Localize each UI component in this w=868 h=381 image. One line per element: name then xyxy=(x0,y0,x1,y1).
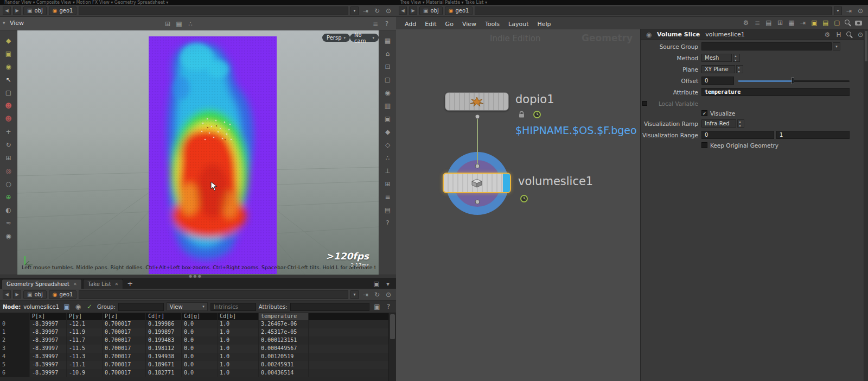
ramp-spinner-icon[interactable] xyxy=(737,119,744,128)
display-normals-icon[interactable]: ⊥ xyxy=(383,166,393,175)
color-swatch-icon[interactable]: ▣ xyxy=(809,18,819,28)
context-chip-obj[interactable]: ▣obj xyxy=(419,7,443,15)
link-editor-icon[interactable]: ⇥ xyxy=(361,290,371,299)
comb-tool-icon[interactable]: ≈ xyxy=(4,218,14,227)
sculpt-tool-icon[interactable]: ◐ xyxy=(4,205,14,214)
draw-curve-tool-icon[interactable]: ◉ xyxy=(4,62,14,71)
path-history-icon[interactable]: ▾ xyxy=(350,290,359,299)
group-input[interactable] xyxy=(118,303,164,311)
scale-tool-icon[interactable]: ⊞ xyxy=(4,153,14,162)
pane-layout-icon[interactable]: ▣ xyxy=(372,279,381,288)
node-title-volumeslice1[interactable]: volumeslice1 xyxy=(518,175,593,188)
tab-take-list[interactable]: Take List✕ xyxy=(83,279,124,289)
menu-layout[interactable]: Layout xyxy=(504,21,533,28)
keep-original-checkbox[interactable] xyxy=(701,142,707,148)
snap-point-icon[interactable]: ∴ xyxy=(186,19,195,28)
pose-tool-icon[interactable]: ☻ xyxy=(4,101,14,110)
pane-tab-strip-left[interactable]: Render View ▾ Composite View ▾ Motion FX… xyxy=(0,0,396,5)
table-row[interactable]: 4-8.39997-11.30.7000170.1949380.01.00.00… xyxy=(0,353,388,361)
link-editor-icon[interactable]: ⇥ xyxy=(361,6,371,15)
attribute-input[interactable]: temperature xyxy=(701,88,850,96)
align-nodes-icon[interactable]: ≡ xyxy=(752,18,762,28)
visualize-checkbox[interactable]: ✓ xyxy=(701,110,707,116)
pin-pane-icon[interactable]: ⊙ xyxy=(384,290,393,299)
visibility-tool-icon[interactable]: ◉ xyxy=(4,231,14,240)
column-header-Pz[interactable]: P[z] xyxy=(103,313,146,320)
node-chip-geo1[interactable]: ◉geo1 xyxy=(49,290,77,299)
column-header-Cdg[interactable]: Cd[g] xyxy=(182,313,218,320)
parameters-pane-icon[interactable]: ▤ xyxy=(764,18,774,28)
home-view-icon[interactable]: ⌂ xyxy=(383,49,393,58)
place-object-tool-icon[interactable]: ▣ xyxy=(4,49,14,58)
pin-pane-icon[interactable]: ⊙ xyxy=(856,6,865,15)
translate-tool-icon[interactable]: + xyxy=(4,127,14,136)
context-chip-obj[interactable]: ▣obj xyxy=(23,290,47,299)
help-view-icon[interactable]: ? xyxy=(383,218,393,227)
view-lock-icon[interactable]: ▢ xyxy=(383,75,393,84)
intrinsics-dropdown[interactable]: Intrinsics xyxy=(210,303,256,311)
snap-primitive-icon[interactable]: ▦ xyxy=(174,19,184,28)
frame-view-icon[interactable]: ⊡ xyxy=(383,62,393,71)
column-header-Cdr[interactable]: Cd[r] xyxy=(146,313,182,320)
attributes-filter-input[interactable] xyxy=(290,303,369,311)
table-row[interactable]: 0-8.39997-12.10.7000170.1999860.01.03.26… xyxy=(0,320,388,328)
view-options-icon[interactable]: ▤ xyxy=(383,205,393,214)
menu-tools[interactable]: Tools xyxy=(481,21,504,28)
network-box-icon[interactable]: ▢ xyxy=(832,18,842,28)
menu-add[interactable]: Add xyxy=(400,21,420,28)
pane-collapse-icon[interactable]: ▾ xyxy=(3,20,5,26)
refresh-icon[interactable]: ↻ xyxy=(372,6,382,15)
table-row[interactable]: 5-8.39997-11.10.7000170.1896710.01.00.00… xyxy=(0,361,388,369)
camera-menu[interactable]: No cam▾ xyxy=(350,34,379,42)
follow-selection-icon[interactable]: ✓ xyxy=(85,302,94,312)
pane-tab-strip-right[interactable]: Tree View ▾ Material Palette ▾ Take List… xyxy=(396,0,868,5)
tools-icon[interactable]: ⚙ xyxy=(741,18,751,28)
range-max-input[interactable]: 1 xyxy=(776,131,850,139)
clock-icon[interactable] xyxy=(519,194,528,203)
snapshot-icon[interactable]: ▣ xyxy=(383,114,393,123)
table-row[interactable]: 1-8.39997-11.90.7000170.1998970.01.02.45… xyxy=(0,328,388,336)
method-dropdown[interactable]: Mesh xyxy=(701,54,732,62)
table-row[interactable]: 2-8.39997-11.70.7000170.1994830.01.00.00… xyxy=(0,336,388,345)
viewport-layout-icon[interactable]: ▦ xyxy=(383,36,393,45)
spreadsheet-scrollbar[interactable] xyxy=(388,313,396,381)
display-points-icon[interactable]: ∴ xyxy=(383,153,393,162)
node-volumeslice1[interactable] xyxy=(443,173,511,193)
help-icon[interactable]: ? xyxy=(384,302,393,312)
path-history-icon[interactable]: ▾ xyxy=(834,7,842,15)
forward-icon[interactable]: ▶ xyxy=(13,7,21,15)
node-dopio1[interactable] xyxy=(445,92,509,111)
menu-go[interactable]: Go xyxy=(441,21,458,28)
search-icon[interactable] xyxy=(845,30,854,39)
tab-geometry-spreadsheet[interactable]: Geometry Spreadsheet✕ xyxy=(2,279,82,289)
column-header-Cdb[interactable]: Cd[b] xyxy=(218,313,259,320)
forward-icon[interactable]: ▶ xyxy=(13,290,21,299)
column-header-Py[interactable]: P[y] xyxy=(67,313,103,320)
path-input[interactable] xyxy=(79,7,348,15)
forward-icon[interactable]: ▶ xyxy=(409,7,417,15)
copy-table-icon[interactable]: ▣ xyxy=(372,302,382,312)
snapshot-camera-icon[interactable] xyxy=(854,18,864,27)
column-header-temperature[interactable]: temperature xyxy=(259,313,309,320)
houdini-logo-icon[interactable]: H xyxy=(834,30,844,39)
back-icon[interactable]: ◀ xyxy=(3,7,11,15)
display-flag[interactable] xyxy=(503,174,510,192)
node-name-field[interactable]: volumeslice1 xyxy=(705,31,744,38)
view-mode-dropdown[interactable]: View▾ xyxy=(167,302,208,311)
gear-menu-icon[interactable]: ⚙ xyxy=(822,30,832,39)
plane-spinner-icon[interactable] xyxy=(736,65,743,73)
scrollbar-thumb[interactable] xyxy=(390,314,395,339)
pane-dropdown-icon[interactable]: ▾ xyxy=(383,279,393,288)
menu-help[interactable]: Help xyxy=(533,21,556,28)
path-history-icon[interactable]: ▾ xyxy=(350,7,359,15)
sticky-note-icon[interactable]: ▤ xyxy=(821,18,831,28)
paint-tool-icon[interactable]: ⊕ xyxy=(4,192,14,201)
source-group-menu-icon[interactable]: ▾ xyxy=(833,42,840,50)
view-projection-menu[interactable]: Persp▾ xyxy=(322,34,350,42)
offset-slider-handle[interactable] xyxy=(792,77,794,84)
camera-view-icon[interactable]: ◉ xyxy=(383,88,393,97)
lock-icon[interactable] xyxy=(517,110,526,119)
link-editor-icon[interactable]: ⇥ xyxy=(844,6,854,15)
plane-dropdown[interactable]: XY Plane xyxy=(701,65,735,73)
visualization-ramp-dropdown[interactable]: Infra-Red xyxy=(701,119,736,128)
